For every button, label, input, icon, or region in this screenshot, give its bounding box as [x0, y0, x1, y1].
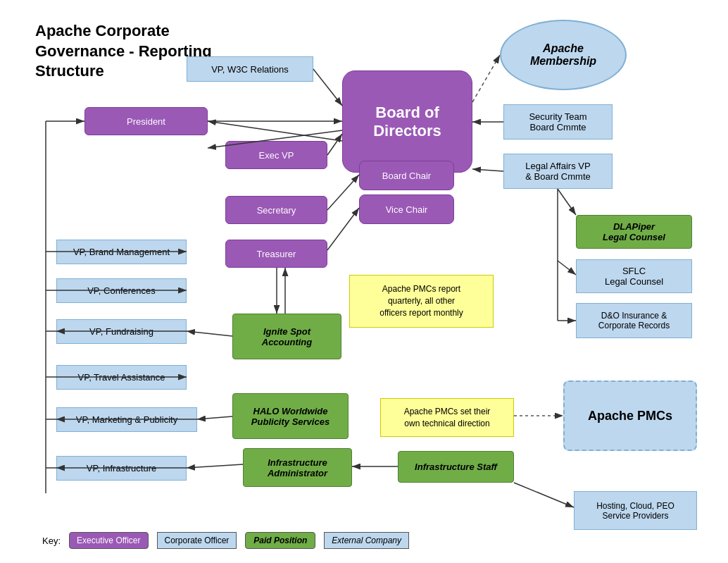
exec-vp-box: Exec VP [225, 141, 327, 169]
svg-line-6 [327, 134, 342, 155]
d-and-o-box: D&O Insurance & Corporate Records [576, 303, 692, 338]
dla-piper-box: DLAPiper Legal Counsel [576, 215, 692, 249]
vp-brand-box: VP, Brand Management [56, 240, 187, 264]
key-label: Key: [42, 536, 61, 546]
board-chair-box: Board Chair [359, 161, 454, 190]
vp-w3c-box: VP, W3C Relations [187, 56, 313, 82]
key-external-company: External Company [324, 532, 409, 549]
note2-box: Apache PMCs set their own technical dire… [380, 398, 514, 437]
secretary-box: Secretary [225, 196, 327, 224]
vp-fundraising-box: VP, Fundraising [56, 319, 187, 344]
board-of-directors-box: Board of Directors [342, 70, 472, 173]
svg-line-3 [472, 55, 500, 102]
hosting-box: Hosting, Cloud, PEO Service Providers [574, 491, 697, 530]
svg-line-13 [558, 261, 576, 275]
sflc-box: SFLC Legal Counsel [576, 259, 692, 293]
note1-box: Apache PMCs report quarterly, all other … [349, 275, 494, 328]
svg-line-2 [313, 69, 342, 106]
svg-line-25 [514, 483, 574, 507]
svg-line-10 [472, 169, 503, 171]
apache-pmcs-box: Apache PMCs [563, 381, 697, 451]
diagram: Apache Corporate Governance - Reporting … [0, 0, 728, 563]
infra-admin-box: Infrastructure Administrator [243, 448, 352, 487]
ignite-spot-box: Ignite Spot Accounting [232, 314, 341, 359]
vice-chair-box: Vice Chair [359, 194, 454, 224]
key-section: Key: Executive Officer Corporate Officer… [42, 532, 409, 549]
vp-marketing-box: VP, Marketing & Publicity [56, 407, 197, 432]
vp-travel-box: VP, Travel Assistance [56, 365, 187, 390]
apache-membership-box: Apache Membership [500, 20, 627, 90]
svg-line-21 [197, 416, 232, 419]
treasurer-box: Treasurer [225, 240, 327, 268]
svg-line-7 [327, 175, 359, 210]
svg-line-18 [187, 331, 232, 336]
halo-box: HALO Worldwide Publicity Services [232, 393, 349, 439]
president-box: President [84, 107, 208, 135]
svg-line-11 [558, 189, 576, 215]
security-team-box: Security Team Board Cmmte [503, 104, 613, 140]
svg-line-37 [208, 121, 342, 141]
key-executive-officer: Executive Officer [69, 532, 148, 549]
vp-infra-box: VP, Infrastructure [56, 456, 187, 481]
legal-affairs-box: Legal Affairs VP & Board Cmmte [503, 154, 613, 189]
key-corporate-officer: Corporate Officer [157, 532, 237, 549]
vp-conferences-box: VP, Conferences [56, 278, 187, 303]
svg-line-23 [187, 464, 243, 468]
key-paid-position: Paid Position [245, 532, 315, 549]
svg-line-8 [327, 208, 359, 250]
infra-staff-box: Infrastructure Staff [398, 451, 514, 483]
